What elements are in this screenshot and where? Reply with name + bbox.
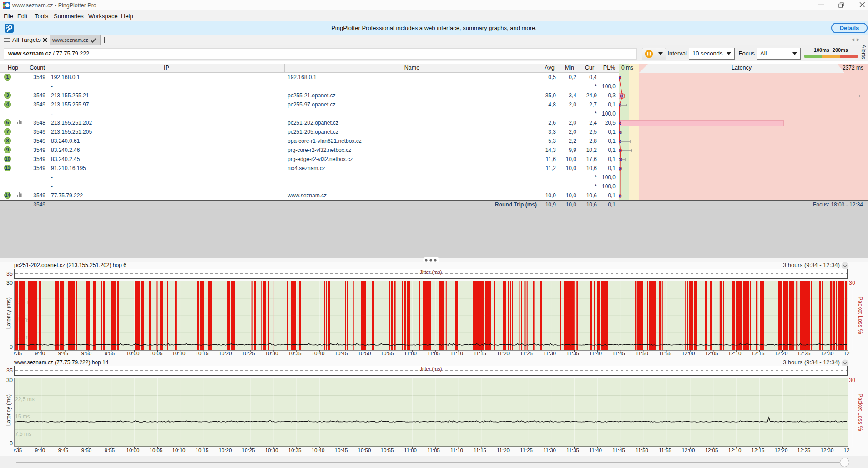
svg-text:7,5 ms: 7,5 ms [15, 431, 31, 437]
svg-text:22,5 ms: 22,5 ms [15, 396, 35, 403]
svg-text:15 ms: 15 ms [15, 413, 30, 420]
